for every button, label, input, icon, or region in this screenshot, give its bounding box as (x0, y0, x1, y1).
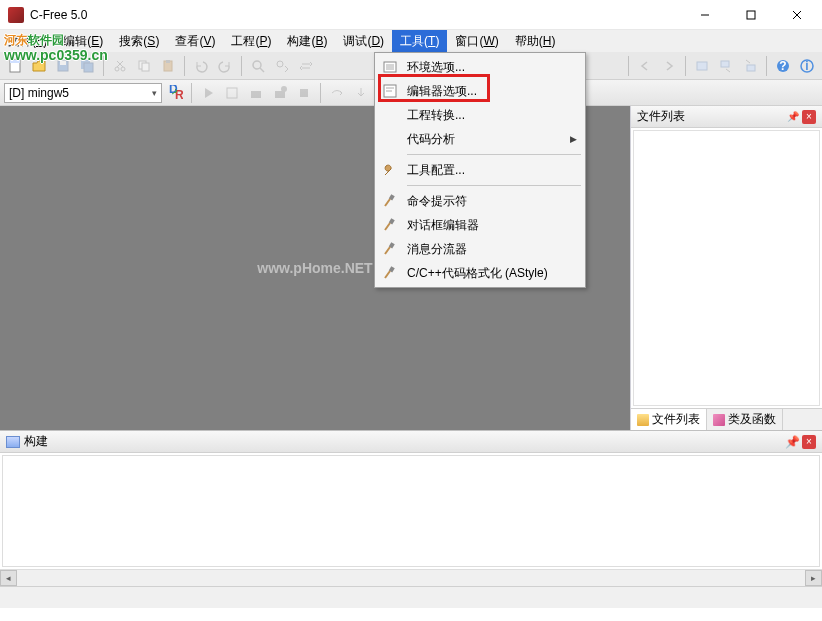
wrench-icon (381, 161, 399, 179)
menu-label: C/C++代码格式化 (AStyle) (407, 265, 548, 282)
svg-point-11 (121, 67, 125, 71)
menu-code-analysis[interactable]: 代码分析 (377, 127, 583, 151)
titlebar: C-Free 5.0 (0, 0, 822, 30)
build-output[interactable] (2, 455, 820, 567)
svg-rect-17 (166, 60, 170, 63)
nav-back-button[interactable] (634, 55, 656, 77)
menu-separator (407, 185, 581, 186)
close-button[interactable] (774, 0, 820, 30)
panel-tabs: 文件列表 类及函数 (631, 408, 822, 430)
svg-rect-34 (300, 89, 308, 97)
menu-label: 消息分流器 (407, 241, 467, 258)
menu-edit[interactable]: 编辑(E) (55, 30, 111, 52)
app-icon (8, 7, 24, 23)
build-button[interactable] (245, 82, 267, 104)
maximize-button[interactable] (728, 0, 774, 30)
tools-dropdown: 环境选项... 编辑器选项... 工程转换... 代码分析 工具配置... 命令… (374, 52, 586, 288)
find-next-button[interactable] (271, 55, 293, 77)
menu-search[interactable]: 搜索(S) (111, 30, 167, 52)
blank-icon (381, 130, 399, 148)
menu-label: 工程转换... (407, 107, 465, 124)
menu-file[interactable]: 文件(F) (0, 30, 55, 52)
compiler-combo[interactable]: [D] mingw5 ▾ (4, 83, 162, 103)
run-button[interactable] (197, 82, 219, 104)
bookmark-prev-button[interactable] (739, 55, 761, 77)
menu-view[interactable]: 查看(V) (167, 30, 223, 52)
stop-build-button[interactable] (293, 82, 315, 104)
pin-icon[interactable]: 📌 (785, 435, 799, 449)
new-file-button[interactable] (4, 55, 26, 77)
menu-label: 对话框编辑器 (407, 217, 479, 234)
menu-cmd-prompt[interactable]: 命令提示符 (377, 189, 583, 213)
svg-text:?: ? (779, 59, 786, 73)
horizontal-scrollbar[interactable]: ◂ ▸ (0, 569, 822, 586)
rebuild-button[interactable] (269, 82, 291, 104)
menu-tools[interactable]: 工具(T) (392, 30, 447, 52)
menu-env-options[interactable]: 环境选项... (377, 55, 583, 79)
tab-file-list[interactable]: 文件列表 (631, 409, 707, 430)
help-button[interactable]: ? (772, 55, 794, 77)
menu-astyle[interactable]: C/C++代码格式化 (AStyle) (377, 261, 583, 285)
svg-line-46 (385, 223, 390, 230)
undo-button[interactable] (190, 55, 212, 77)
build-panel-close-button[interactable]: × (802, 435, 816, 449)
menu-label: 工具配置... (407, 162, 465, 179)
menu-label: 代码分析 (407, 131, 455, 148)
file-list-body[interactable] (633, 130, 820, 406)
tab-label: 文件列表 (652, 411, 700, 428)
menu-window[interactable]: 窗口(W) (447, 30, 506, 52)
hammer-icon (381, 240, 399, 258)
bookmark-next-button[interactable] (715, 55, 737, 77)
menu-project-convert[interactable]: 工程转换... (377, 103, 583, 127)
paste-button[interactable] (157, 55, 179, 77)
build-output-icon (6, 436, 20, 448)
panel-header: 文件列表 📌 × (631, 106, 822, 128)
find-button[interactable] (247, 55, 269, 77)
open-file-button[interactable] (28, 55, 50, 77)
pin-icon[interactable]: 📌 (786, 110, 800, 124)
hammer-icon (381, 264, 399, 282)
svg-line-44 (385, 199, 390, 206)
menu-tool-config[interactable]: 工具配置... (377, 158, 583, 182)
menu-help[interactable]: 帮助(H) (507, 30, 564, 52)
menu-project[interactable]: 工程(P) (223, 30, 279, 52)
panel-close-button[interactable]: × (802, 110, 816, 124)
menu-build[interactable]: 构建(B) (279, 30, 335, 52)
svg-point-33 (281, 86, 287, 92)
minimize-button[interactable] (682, 0, 728, 30)
scroll-left-button[interactable]: ◂ (0, 570, 17, 586)
svg-rect-1 (747, 11, 755, 19)
scroll-right-button[interactable]: ▸ (805, 570, 822, 586)
svg-point-18 (253, 61, 261, 69)
scroll-track[interactable] (17, 570, 805, 586)
hammer-icon (381, 192, 399, 210)
redo-button[interactable] (214, 55, 236, 77)
step-over-button[interactable] (326, 82, 348, 104)
tab-label: 类及函数 (728, 411, 776, 428)
tab-classes[interactable]: 类及函数 (707, 409, 783, 430)
cut-button[interactable] (109, 55, 131, 77)
compile-button[interactable] (221, 82, 243, 104)
save-button[interactable] (52, 55, 74, 77)
menu-debug[interactable]: 调试(D) (335, 30, 392, 52)
info-button[interactable]: i (796, 55, 818, 77)
file-list-panel: 文件列表 📌 × 文件列表 类及函数 (630, 106, 822, 430)
compiler-value: [D] mingw5 (9, 86, 69, 100)
svg-rect-5 (10, 60, 20, 63)
menu-msg-splitter[interactable]: 消息分流器 (377, 237, 583, 261)
copy-button[interactable] (133, 55, 155, 77)
replace-button[interactable] (295, 55, 317, 77)
nav-forward-button[interactable] (658, 55, 680, 77)
svg-line-19 (260, 68, 264, 72)
blank-icon (381, 106, 399, 124)
class-icon (713, 414, 725, 426)
menubar: 文件(F) 编辑(E) 搜索(S) 查看(V) 工程(P) 构建(B) 调试(D… (0, 30, 822, 52)
panel-title: 文件列表 (637, 108, 784, 125)
menu-dialog-editor[interactable]: 对话框编辑器 (377, 213, 583, 237)
step-into-button[interactable] (350, 82, 372, 104)
menu-editor-options[interactable]: 编辑器选项... (377, 79, 583, 103)
bookmark-button[interactable] (691, 55, 713, 77)
save-all-button[interactable] (76, 55, 98, 77)
svg-rect-7 (60, 61, 66, 65)
debug-config-button[interactable]: DR (164, 82, 186, 104)
